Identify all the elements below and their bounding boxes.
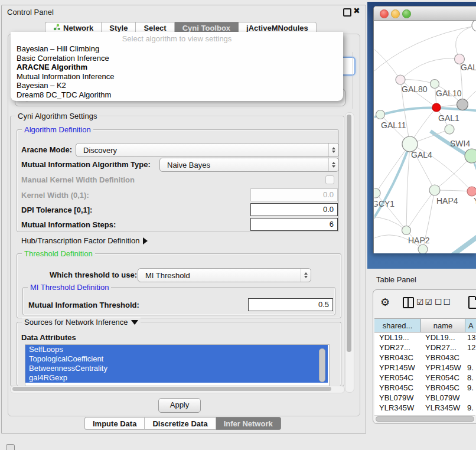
table-cell: 9. [464,403,476,413]
aracne-mode-label: Aracne Mode: [21,145,72,154]
tab-impute-data[interactable]: Impute Data [84,417,145,430]
columns-icon[interactable] [403,297,414,308]
node-label: GAL10 [436,89,462,98]
table-row[interactable]: YBL079WYBL079W [374,393,476,403]
attribute-item-selected[interactable]: SelfLoops [25,345,328,354]
table-cell: YDL19... [420,332,464,343]
network-node[interactable] [472,21,476,31]
network-node-gcy1[interactable] [374,188,380,198]
table-body: YDL19...YDL19...13YDR27...YDR27...12YBR0… [374,332,476,416]
network-nodes[interactable] [374,21,476,253]
table-row[interactable]: YPR145WYPR145W9. [374,363,476,373]
node-table: shared... name A YDL19...YDL19...13YDR27… [374,318,476,416]
settings-horizontal-scrollbar[interactable] [10,386,345,393]
mi-steps-field[interactable]: 6 [250,218,338,231]
float-window-icon[interactable] [343,8,351,17]
close-traffic-icon[interactable] [380,9,389,18]
column-header[interactable]: A [465,319,476,332]
scrollbar-thumb[interactable] [347,115,351,352]
table-row[interactable]: YBR045CYBR045C9. [374,383,476,393]
table-cell: YER054C [420,373,464,383]
algorithm-option[interactable]: Mutual Information Inference [11,72,343,81]
sources-toggle[interactable]: Sources for Network Inference [22,318,141,327]
manual-kernel-label: Manual Kernel Width Definition [21,175,135,184]
tab-label: Infer Network [224,419,273,428]
attribute-item-selected[interactable]: BetweennessCentrality [25,364,328,373]
stepper-icon [301,269,311,282]
network-node-hap2[interactable] [402,226,411,235]
network-window-titlebar[interactable] [374,6,476,21]
control-panel-title: Control Panel [7,8,54,17]
dpi-tolerance-field[interactable]: 0.0 [250,203,338,216]
network-node-gal80[interactable] [396,75,405,84]
network-node[interactable] [418,244,428,253]
aracne-mode-select[interactable]: Discovery [76,143,339,157]
deselect-all-icon[interactable]: ☐☐ [435,297,452,306]
select-all-checked-icon[interactable]: ☑☑ [416,297,433,306]
tab-label: Network [63,24,93,32]
network-node[interactable] [457,99,468,110]
network-view-window[interactable]: GALGAL80GAL10GAL1GAL11GAL4SWI4HAP4YGCY1H… [373,6,476,253]
table-row[interactable]: YLR345WYLR345W9. [374,403,476,413]
attribute-item-selected[interactable]: gal4RGexp [25,373,328,383]
network-node[interactable] [445,125,454,134]
mi-type-select[interactable]: Naive Bayes [159,158,339,172]
mi-threshold-field[interactable]: 0.5 [248,298,333,311]
selected-value: MI Threshold [138,271,301,280]
zoom-traffic-icon[interactable] [402,9,411,18]
table-cell: YBR045C [420,383,464,393]
network-icon [53,24,60,32]
kernel-width-field[interactable]: 0.0 [250,188,338,201]
tab-infer-network[interactable]: Infer Network [216,417,281,430]
table-cell [464,393,476,403]
table-horizontal-scrollbar[interactable] [374,415,475,422]
minimize-traffic-icon[interactable] [391,9,400,18]
scrollbar-thumb[interactable] [12,387,331,391]
column-header[interactable]: shared... [374,319,421,332]
algorithm-option[interactable]: ARACNE Algorithm [11,63,343,72]
network-node-hap4[interactable] [429,185,440,195]
tab-label: Discretize Data [152,419,207,428]
node-label: GAL1 [438,113,459,123]
tab-label: Style [109,24,128,32]
node-label: Y [474,196,476,206]
algorithm-dropdown: Select algorithm to view settings Bayesi… [11,32,343,101]
table-row[interactable]: YDR27...YDR27...12 [374,343,476,353]
table-row[interactable]: YDL19...YDL19...13 [374,332,476,343]
network-canvas[interactable]: GALGAL80GAL10GAL1GAL11GAL4SWI4HAP4YGCY1H… [374,21,476,253]
stepper-icon [328,158,338,171]
table-panel: ⚙ ☑☑ ☐☐ shared... name A YDL19...YDL19..… [373,289,476,424]
column-header[interactable]: name [421,319,465,332]
attribute-item-selected[interactable]: TopologicalCoefficient [25,354,328,364]
mi-steps-label: Mutual Information Steps: [21,220,116,229]
table-cell: YLR345W [374,403,420,413]
list-scrollbar-thumb[interactable] [319,348,325,382]
algorithm-option[interactable]: Bayesian – Hill Climbing [11,44,343,54]
attr-items: SelfLoopsTopologicalCoefficientBetweenne… [25,345,329,383]
algorithm-option[interactable]: Bayesian – K2 [11,81,343,90]
table-panel-title: Table Panel [376,275,416,284]
table-cell: YBL079W [420,393,464,403]
algorithm-option[interactable]: Basic Correlation Inference [11,54,343,63]
network-node-gal11[interactable] [376,110,385,119]
network-node-swi4[interactable] [465,149,476,163]
network-node-gal10[interactable] [431,80,439,89]
minimized-panel-icon[interactable] [6,444,15,450]
data-attributes-list[interactable]: SelfLoopsTopologicalCoefficientBetweenne… [25,344,330,386]
network-node-y[interactable] [467,187,476,196]
gear-icon[interactable]: ⚙ [380,297,390,308]
manual-kernel-checkbox[interactable] [325,175,334,184]
document-icon[interactable] [468,296,476,309]
hub-definition-toggle[interactable]: Hub/Transcription Factor Definition [21,236,148,245]
table-row[interactable]: YBR043CYBR043C [374,353,476,363]
close-icon[interactable]: ✖ [353,6,360,15]
settings-vertical-scrollbar[interactable] [345,112,354,393]
apply-button[interactable]: Apply [158,398,201,413]
table-row[interactable]: YER054CYER054C8. [374,373,476,383]
table-cell: YDR27... [420,343,464,353]
scrollbar-thumb[interactable] [376,416,474,422]
algorithm-option[interactable]: Dream8 DC_TDC Algorithm [11,90,343,100]
which-threshold-select[interactable]: MI Threshold [138,268,311,282]
network-node-gal1[interactable] [432,103,441,112]
tab-discretize-data[interactable]: Discretize Data [145,417,216,430]
